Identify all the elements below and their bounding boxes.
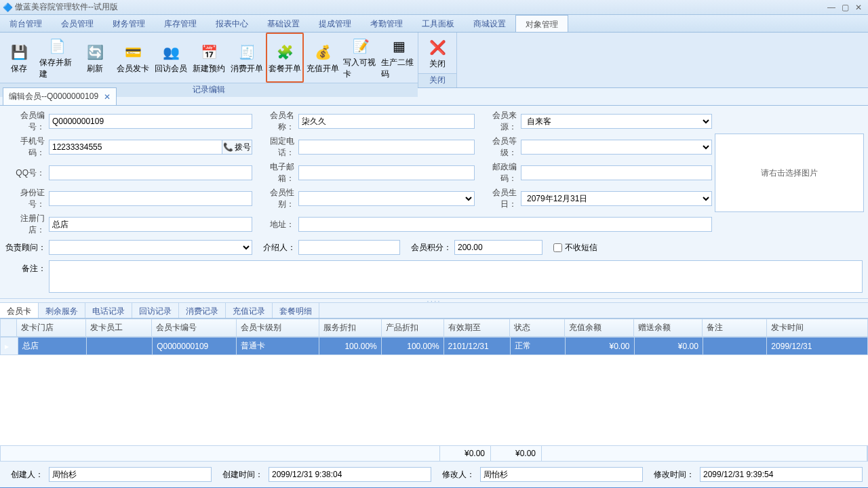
ribbon-icon-0: 💾 bbox=[8, 41, 30, 63]
menu-0[interactable]: 前台管理 bbox=[0, 15, 52, 32]
col-header-2[interactable]: 发卡员工 bbox=[85, 319, 151, 337]
menu-7[interactable]: 考勤管理 bbox=[361, 15, 412, 32]
ribbon-btn-4[interactable]: 👥回访会员 bbox=[152, 33, 190, 83]
ribbon-btn-3[interactable]: 💳会员发卡 bbox=[114, 33, 152, 83]
subtab-4[interactable]: 消费记录 bbox=[179, 303, 226, 318]
col-header-9[interactable]: 充值余额 bbox=[565, 319, 634, 337]
col-header-6[interactable]: 产品折扣 bbox=[381, 319, 443, 337]
window-title: 傲蓝美容院管理软件--试用版 bbox=[15, 1, 825, 13]
member-no-label: 会员编号： bbox=[5, 110, 46, 133]
document-tab[interactable]: 编辑会员--Q0000000109 ✕ bbox=[3, 87, 117, 105]
ribbon-group2-label: 关闭 bbox=[418, 73, 456, 87]
col-header-5[interactable]: 服务折扣 bbox=[319, 319, 381, 337]
ribbon-btn-2[interactable]: 🔄刷新 bbox=[76, 33, 114, 83]
col-header-11[interactable]: 备注 bbox=[703, 319, 767, 337]
maximize-button[interactable]: ▢ bbox=[838, 3, 852, 12]
mtime-input bbox=[700, 467, 863, 482]
audit-bar: 创建人： 创建时间： 修改人： 修改时间： bbox=[0, 462, 868, 487]
creator-input bbox=[49, 467, 212, 482]
member-no-input[interactable] bbox=[49, 114, 252, 129]
no-sms-checkbox[interactable] bbox=[553, 243, 562, 252]
qq-label: QQ号： bbox=[5, 167, 46, 179]
table-row[interactable]: ▸ 总店 Q0000000109 普通卡 100.00% 100.00% 210… bbox=[1, 338, 868, 355]
total-balance: ¥0.00 bbox=[440, 446, 491, 461]
no-sms-label: 不收短信 bbox=[565, 242, 597, 253]
ribbon-btn-9[interactable]: 📝写入可视卡 bbox=[342, 33, 380, 83]
col-header-3[interactable]: 会员卡编号 bbox=[152, 319, 237, 337]
menu-10[interactable]: 对象管理 bbox=[515, 15, 568, 32]
phone-label: 固定电话： bbox=[255, 136, 296, 159]
subtab-6[interactable]: 套餐明细 bbox=[273, 303, 319, 318]
subtab-0[interactable]: 会员卡 bbox=[0, 303, 39, 318]
ribbon-btn-8[interactable]: 💰充值开单 bbox=[304, 33, 342, 83]
addr-input[interactable] bbox=[298, 217, 712, 232]
remark-textarea[interactable] bbox=[49, 260, 863, 293]
col-header-4[interactable]: 会员卡级别 bbox=[236, 319, 319, 337]
email-input[interactable] bbox=[298, 165, 475, 180]
close-ribbon-button[interactable]: ❌ 关闭 bbox=[418, 33, 456, 73]
close-ribbon-label: 关闭 bbox=[429, 58, 446, 70]
ctime-label: 创建时间： bbox=[217, 469, 263, 481]
col-header-8[interactable]: 状态 bbox=[510, 319, 565, 337]
col-header-0[interactable] bbox=[1, 319, 17, 337]
phone-icon: 📞 bbox=[223, 142, 233, 152]
close-tab-icon[interactable]: ✕ bbox=[104, 92, 111, 102]
level-select[interactable] bbox=[521, 140, 712, 155]
remark-label: 备注： bbox=[5, 260, 46, 293]
post-label: 邮政编码： bbox=[477, 161, 518, 184]
extra-row: 负责顾问： 介绍人： 会员积分： 不收短信 bbox=[0, 240, 868, 258]
ribbon-btn-7[interactable]: 🧩套餐开单 bbox=[266, 33, 304, 83]
titlebar: 🔷 傲蓝美容院管理软件--试用版 — ▢ ✕ bbox=[0, 0, 868, 15]
email-label: 电子邮箱： bbox=[255, 161, 296, 184]
mobile-input[interactable] bbox=[49, 140, 222, 155]
idcard-input[interactable] bbox=[49, 191, 252, 206]
referrer-input[interactable] bbox=[298, 240, 400, 255]
minimize-button[interactable]: — bbox=[825, 3, 838, 12]
col-header-1[interactable]: 发卡门店 bbox=[17, 319, 86, 337]
points-label: 会员积分： bbox=[403, 242, 452, 253]
sex-label: 会员性别： bbox=[255, 187, 296, 210]
phone-input[interactable] bbox=[298, 140, 475, 155]
birth-input[interactable]: 2079年12月31日 bbox=[521, 191, 712, 206]
modifier-label: 修改人： bbox=[437, 469, 475, 481]
ribbon: 💾保存📄保存并新建🔄刷新💳会员发卡👥回访会员📅新建预约🧾消费开单🧩套餐开单💰充值… bbox=[0, 33, 868, 88]
qq-input[interactable] bbox=[49, 165, 252, 180]
member-name-input[interactable] bbox=[298, 114, 475, 129]
menu-8[interactable]: 工具面板 bbox=[412, 15, 464, 32]
post-input[interactable] bbox=[521, 165, 712, 180]
col-header-10[interactable]: 赠送余额 bbox=[633, 319, 703, 337]
menu-2[interactable]: 财务管理 bbox=[103, 15, 155, 32]
sex-select[interactable] bbox=[298, 191, 475, 206]
ribbon-icon-10: ▦ bbox=[388, 35, 410, 57]
subtab-1[interactable]: 剩余服务 bbox=[39, 303, 85, 318]
ribbon-btn-5[interactable]: 📅新建预约 bbox=[190, 33, 228, 83]
subtab-3[interactable]: 回访记录 bbox=[132, 303, 179, 318]
ribbon-btn-6[interactable]: 🧾消费开单 bbox=[228, 33, 266, 83]
ribbon-btn-1[interactable]: 📄保存并新建 bbox=[38, 33, 76, 83]
menu-4[interactable]: 报表中心 bbox=[206, 15, 258, 32]
dial-button[interactable]: 📞拨号 bbox=[222, 140, 252, 155]
close-window-button[interactable]: ✕ bbox=[852, 3, 865, 12]
menu-3[interactable]: 库存管理 bbox=[155, 15, 206, 32]
advisor-select[interactable] bbox=[49, 240, 252, 255]
menu-6[interactable]: 提成管理 bbox=[309, 15, 361, 32]
mobile-label: 手机号码： bbox=[5, 136, 46, 159]
col-header-12[interactable]: 发卡时间 bbox=[767, 319, 868, 337]
menu-1[interactable]: 会员管理 bbox=[52, 15, 103, 32]
no-sms-checkbox-wrap[interactable]: 不收短信 bbox=[553, 242, 597, 253]
source-select[interactable]: 自来客 bbox=[521, 114, 712, 129]
ribbon-btn-0[interactable]: 💾保存 bbox=[0, 33, 38, 83]
photo-placeholder[interactable]: 请右击选择图片 bbox=[715, 134, 864, 212]
menu-9[interactable]: 商城设置 bbox=[464, 15, 515, 32]
regstore-input[interactable] bbox=[49, 217, 252, 232]
subtab-2[interactable]: 电话记录 bbox=[85, 303, 132, 318]
col-header-7[interactable]: 有效期至 bbox=[443, 319, 509, 337]
level-label: 会员等级： bbox=[477, 136, 518, 159]
points-input[interactable] bbox=[454, 240, 542, 255]
ribbon-btn-10[interactable]: ▦生产二维码 bbox=[380, 33, 418, 83]
menu-5[interactable]: 基础设置 bbox=[258, 15, 309, 32]
modifier-input bbox=[480, 467, 643, 482]
referrer-label: 介绍人： bbox=[255, 242, 296, 253]
subtab-5[interactable]: 充值记录 bbox=[226, 303, 273, 318]
birth-label: 会员生日： bbox=[477, 187, 518, 210]
